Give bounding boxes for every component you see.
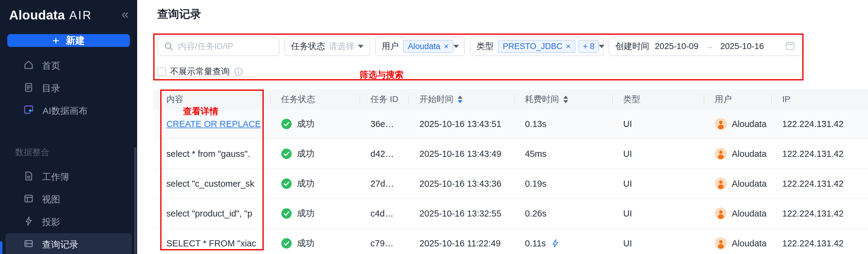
brand-suffix: AIR bbox=[69, 9, 92, 22]
sidebar-item-label: AI数据画布 bbox=[42, 105, 88, 117]
column-header-label: 任务 ID bbox=[370, 93, 398, 105]
workbook-icon bbox=[23, 171, 34, 184]
created-date-filter[interactable]: 创建时间 2025-10-09 → 2025-10-16 bbox=[609, 36, 802, 56]
user-name-text: Aloudata bbox=[732, 119, 767, 129]
sidebar-scrollbar[interactable] bbox=[134, 147, 136, 254]
active-indicator-bar bbox=[0, 242, 2, 254]
start-time-text: 2025-10-16 11:22:49 bbox=[420, 238, 501, 249]
cell-content: select "c_customer_sk bbox=[154, 169, 270, 198]
column-header-label: 任务状态 bbox=[281, 93, 315, 105]
status-text: 成功 bbox=[297, 237, 314, 249]
remove-tag-icon[interactable]: × bbox=[444, 43, 448, 50]
search-icon bbox=[164, 41, 174, 51]
query-content-text[interactable]: SELECT * FROM "xiac bbox=[166, 238, 256, 249]
start-time-text: 2025-10-16 13:43:36 bbox=[420, 179, 501, 189]
cell-content: SELECT * FROM "xiac bbox=[154, 229, 270, 254]
task-id-text: d42… bbox=[370, 149, 394, 159]
cell-type: UI bbox=[612, 199, 704, 228]
query-content-text[interactable]: select "c_customer_sk bbox=[166, 179, 254, 189]
new-button[interactable]: + 新建 bbox=[7, 34, 130, 47]
cell-user: Aloudata bbox=[704, 199, 771, 228]
cell-duration: 0.13s bbox=[514, 109, 612, 139]
cell-ip: 122.224.131.42 bbox=[771, 109, 868, 139]
cell-task-id: 36e… bbox=[360, 109, 408, 139]
cell-task-id: 27d… bbox=[360, 169, 408, 198]
chevron-down-icon bbox=[454, 45, 459, 48]
sidebar-collapse-icon[interactable]: « bbox=[122, 8, 129, 21]
task-status-filter[interactable]: 任务状态 请选择 bbox=[284, 36, 370, 56]
type-text: UI bbox=[623, 208, 632, 219]
table-row[interactable]: select "c_customer_sk 成功 27d… 2025-10-16… bbox=[154, 169, 868, 199]
sidebar-item-workbook[interactable]: 工作簿 bbox=[5, 166, 132, 188]
sidebar-item-ai-canvas[interactable]: AI数据画布 bbox=[5, 100, 132, 122]
column-header[interactable]: 任务 ID bbox=[360, 89, 408, 109]
column-header-label: 耗费时间 bbox=[525, 93, 559, 105]
type-more-chip[interactable]: + 8 bbox=[579, 40, 598, 53]
search-input[interactable] bbox=[178, 41, 273, 51]
status-text: 成功 bbox=[297, 148, 314, 160]
cell-start-time: 2025-10-16 13:43:49 bbox=[408, 139, 514, 168]
sidebar-item-catalog[interactable]: 目录 bbox=[5, 77, 132, 100]
sidebar-item-query-records[interactable]: 查询记录 bbox=[5, 233, 132, 254]
sort-icon[interactable] bbox=[458, 96, 463, 103]
success-check-icon bbox=[281, 208, 292, 219]
table-row[interactable]: CREATE OR REPLACE 成功 36e… 2025-10-16 13:… bbox=[154, 109, 868, 139]
constant-query-checkbox-row: 不展示常量查询 bbox=[157, 66, 243, 77]
status-text: 成功 bbox=[297, 118, 314, 130]
task-id-text: 36e… bbox=[370, 119, 394, 129]
cell-type: UI bbox=[612, 169, 704, 198]
column-header[interactable]: 耗费时间 bbox=[514, 89, 612, 109]
cell-type: UI bbox=[612, 109, 704, 139]
table-row[interactable]: SELECT * FROM "xiac 成功 c79… 2025-10-16 1… bbox=[154, 229, 868, 254]
cell-start-time: 2025-10-16 13:32:55 bbox=[408, 199, 514, 228]
sidebar-nav-group: 工作簿视图投影查询记录 bbox=[0, 166, 137, 254]
user-avatar bbox=[715, 207, 727, 220]
column-header[interactable]: 任务状态 bbox=[270, 89, 360, 109]
sidebar-item-projection[interactable]: 投影 bbox=[5, 211, 132, 233]
user-name-text: Aloudata bbox=[732, 238, 767, 249]
sidebar-item-label: 视图 bbox=[42, 193, 60, 206]
user-name-text: Aloudata bbox=[732, 208, 767, 219]
cell-task-id: c4d… bbox=[360, 199, 408, 228]
column-header[interactable]: IP bbox=[771, 89, 868, 109]
type-filter[interactable]: 类型 PRESTO_JDBC × + 8 bbox=[470, 36, 604, 56]
sidebar-item-view[interactable]: 视图 bbox=[5, 188, 132, 211]
query-content-text[interactable]: select "product_id", "p bbox=[166, 208, 252, 219]
cell-duration: 0.26s bbox=[514, 199, 612, 228]
table-row[interactable]: select "product_id", "p 成功 c4d… 2025-10-… bbox=[154, 199, 868, 229]
date-end-value[interactable]: 2025-10-16 bbox=[720, 41, 764, 51]
task-status-placeholder: 请选择 bbox=[329, 40, 354, 52]
search-box bbox=[157, 36, 279, 56]
start-time-text: 2025-10-16 13:32:55 bbox=[420, 208, 501, 219]
info-icon[interactable] bbox=[234, 67, 243, 76]
column-header[interactable]: 开始时间 bbox=[408, 89, 514, 109]
column-header[interactable]: 内容 bbox=[154, 89, 270, 109]
chevron-down-icon bbox=[358, 45, 364, 48]
column-header-label: IP bbox=[782, 94, 790, 104]
cell-user: Aloudata bbox=[704, 229, 771, 254]
column-header[interactable]: 类型 bbox=[612, 89, 704, 109]
query-content-text[interactable]: select * from "gauss". bbox=[166, 149, 250, 159]
checkbox-label: 不展示常量查询 bbox=[170, 66, 229, 77]
cell-status: 成功 bbox=[270, 229, 360, 254]
task-id-text: 27d… bbox=[370, 179, 394, 189]
cell-ip: 122.224.131.42 bbox=[771, 199, 868, 228]
sidebar-item-label: 工作簿 bbox=[42, 171, 69, 184]
plus-icon: + bbox=[52, 35, 59, 46]
query-content-text[interactable]: CREATE OR REPLACE bbox=[166, 119, 261, 129]
user-filter[interactable]: 用户 Aloudata × bbox=[375, 36, 465, 56]
cell-start-time: 2025-10-16 11:22:49 bbox=[408, 229, 514, 254]
cell-content: select * from "gauss". bbox=[154, 139, 270, 168]
table-row[interactable]: select * from "gauss". 成功 d42… 2025-10-1… bbox=[154, 139, 868, 169]
sort-desc-icon bbox=[563, 100, 568, 103]
column-header-label: 内容 bbox=[166, 93, 183, 105]
hide-constant-query-checkbox[interactable] bbox=[157, 67, 166, 76]
cell-task-id: c79… bbox=[360, 229, 408, 254]
sort-icon[interactable] bbox=[563, 96, 568, 103]
column-header[interactable]: 用户 bbox=[704, 89, 771, 109]
sidebar-group-label: 数据整合 bbox=[0, 146, 137, 158]
user-avatar bbox=[715, 118, 727, 130]
remove-tag-icon[interactable]: × bbox=[566, 43, 570, 50]
sidebar-item-home[interactable]: 首页 bbox=[5, 55, 132, 77]
date-start-value[interactable]: 2025-10-09 bbox=[655, 41, 698, 51]
